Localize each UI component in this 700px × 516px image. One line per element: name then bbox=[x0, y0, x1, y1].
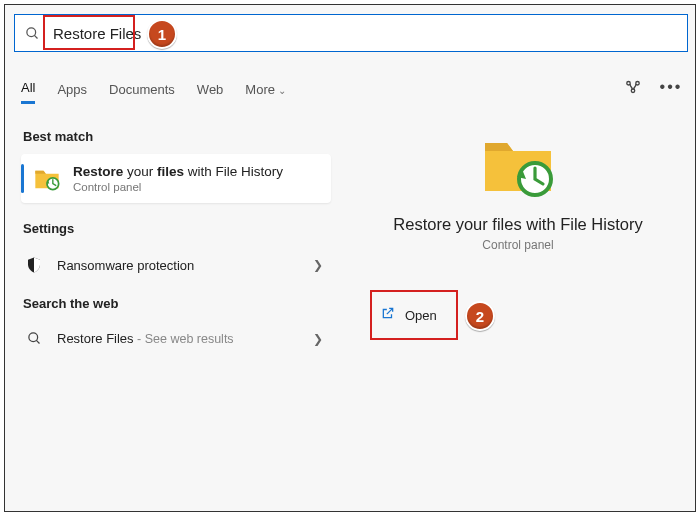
shield-icon bbox=[25, 256, 43, 274]
preview-panel: Restore your files with File History Con… bbox=[357, 123, 679, 252]
selection-accent bbox=[21, 164, 24, 193]
filter-tabs: All Apps Documents Web More⌄ bbox=[21, 80, 286, 104]
web-item-restore-files[interactable]: Restore Files - See web results ❯ bbox=[21, 321, 331, 356]
tab-web[interactable]: Web bbox=[197, 82, 224, 103]
chevron-right-icon: ❯ bbox=[313, 332, 323, 346]
best-match-result[interactable]: Restore your files with File History Con… bbox=[21, 154, 331, 203]
section-best-match: Best match bbox=[23, 129, 331, 144]
chevron-right-icon: ❯ bbox=[313, 258, 323, 272]
preview-icon bbox=[357, 135, 679, 197]
flow-icon[interactable] bbox=[623, 77, 643, 97]
annotation-step-2: 2 bbox=[465, 301, 495, 331]
svg-line-1 bbox=[34, 35, 37, 38]
preview-subtitle: Control panel bbox=[357, 238, 679, 252]
settings-item-ransomware[interactable]: Ransomware protection ❯ bbox=[21, 246, 331, 284]
open-external-icon bbox=[381, 306, 395, 324]
web-item-label: Restore Files - See web results bbox=[57, 331, 234, 346]
tab-more[interactable]: More⌄ bbox=[245, 82, 286, 103]
chevron-down-icon: ⌄ bbox=[278, 85, 286, 96]
open-button[interactable]: Open bbox=[373, 292, 453, 338]
svg-point-0 bbox=[26, 27, 35, 36]
annotation-step-1: 1 bbox=[147, 19, 177, 49]
preview-title: Restore your files with File History bbox=[357, 215, 679, 234]
more-options-icon[interactable]: ••• bbox=[661, 77, 681, 97]
tab-all[interactable]: All bbox=[21, 80, 35, 104]
svg-line-7 bbox=[36, 340, 39, 343]
tab-documents[interactable]: Documents bbox=[109, 82, 175, 103]
open-label: Open bbox=[405, 308, 437, 323]
best-match-title: Restore your files with File History bbox=[73, 164, 283, 179]
best-match-subtitle: Control panel bbox=[73, 181, 283, 193]
settings-item-label: Ransomware protection bbox=[57, 258, 194, 273]
search-bar[interactable] bbox=[14, 14, 688, 52]
svg-point-4 bbox=[631, 89, 634, 92]
search-icon bbox=[25, 331, 43, 346]
window-frame: 1 All Apps Documents Web More⌄ ••• Best … bbox=[4, 4, 696, 512]
file-history-icon bbox=[33, 165, 61, 193]
svg-point-6 bbox=[28, 333, 37, 342]
tab-apps[interactable]: Apps bbox=[57, 82, 87, 103]
search-icon bbox=[15, 26, 49, 41]
section-search-web: Search the web bbox=[23, 296, 331, 311]
section-settings: Settings bbox=[23, 221, 331, 236]
